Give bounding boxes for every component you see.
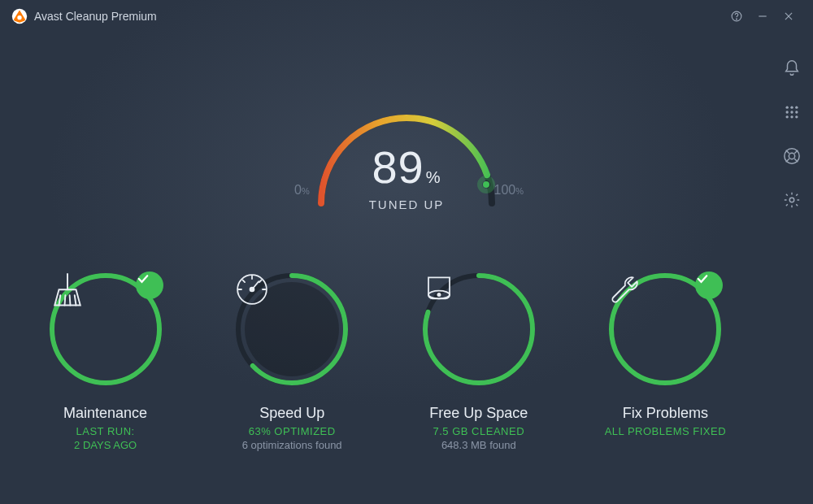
svg-line-40 — [259, 280, 261, 282]
settings-gear-icon[interactable] — [780, 189, 803, 211]
svg-line-29 — [64, 295, 65, 305]
svg-line-28 — [59, 295, 60, 305]
tile-status: 63% OPTIMIZED — [211, 425, 373, 437]
tile-detail: 6 optimizations found — [211, 439, 373, 451]
tile-maintenance[interactable]: Maintenance LAST RUN: 2 DAYS AGO — [24, 268, 187, 451]
svg-line-30 — [69, 295, 70, 305]
tile-title: Fix Problems — [584, 405, 746, 422]
svg-line-31 — [74, 295, 76, 305]
tile-title: Free Up Space — [398, 405, 560, 422]
titlebar: Avast Cleanup Premium — [0, 0, 813, 33]
svg-point-22 — [789, 198, 794, 202]
svg-point-14 — [790, 115, 793, 118]
svg-point-12 — [795, 111, 798, 113]
svg-point-7 — [786, 106, 789, 109]
tile-detail: 648.3 MB found — [398, 439, 560, 451]
right-sidebar — [771, 41, 813, 504]
svg-point-8 — [790, 106, 793, 109]
close-button[interactable] — [776, 3, 802, 29]
action-tiles: Maintenance LAST RUN: 2 DAYS AGO Speed U… — [0, 268, 771, 451]
tile-free-up-space[interactable]: Free Up Space 7.5 GB CLEANED 648.3 MB fo… — [398, 268, 560, 451]
svg-point-3 — [737, 19, 737, 20]
svg-point-1 — [17, 15, 21, 20]
tile-status: LAST RUN: — [24, 425, 187, 437]
svg-point-10 — [786, 111, 789, 113]
minimize-button[interactable] — [750, 3, 776, 29]
gauge-value: 89% — [285, 141, 528, 193]
tile-title: Maintenance — [24, 405, 187, 422]
speedometer-icon — [231, 268, 353, 390]
gauge-max: 100% — [494, 183, 524, 198]
notifications-icon[interactable] — [780, 57, 803, 80]
tile-title: Speed Up — [211, 405, 373, 422]
tile-status: 7.5 GB CLEANED — [398, 425, 560, 437]
svg-line-39 — [243, 280, 245, 282]
help-button[interactable] — [724, 3, 750, 29]
svg-point-37 — [250, 288, 254, 292]
disk-icon — [418, 268, 540, 390]
lifebuoy-icon[interactable] — [780, 145, 803, 167]
tile-fix-problems[interactable]: Fix Problems ALL PROBLEMS FIXED — [584, 268, 746, 439]
svg-point-9 — [795, 106, 798, 109]
check-badge — [136, 272, 163, 299]
gauge-min: 0% — [294, 183, 310, 198]
svg-point-46 — [437, 293, 440, 296]
app-window: Avast Cleanup Premium 89% — [0, 0, 813, 504]
gauge-label: TUNED UP — [285, 198, 528, 211]
app-title: Avast Cleanup Premium — [34, 10, 157, 23]
tuneup-gauge: 89% TUNED UP 0% 100% — [285, 93, 528, 248]
svg-point-15 — [795, 115, 798, 118]
tile-speed-up[interactable]: Speed Up 63% OPTIMIZED 6 optimizations f… — [211, 268, 373, 451]
avast-logo-icon — [11, 8, 28, 24]
tile-detail: 2 DAYS AGO — [24, 439, 187, 451]
svg-point-17 — [789, 153, 794, 159]
svg-point-13 — [786, 115, 789, 118]
apps-grid-icon[interactable] — [780, 101, 803, 124]
tile-status: ALL PROBLEMS FIXED — [584, 425, 746, 437]
svg-point-11 — [790, 111, 793, 113]
